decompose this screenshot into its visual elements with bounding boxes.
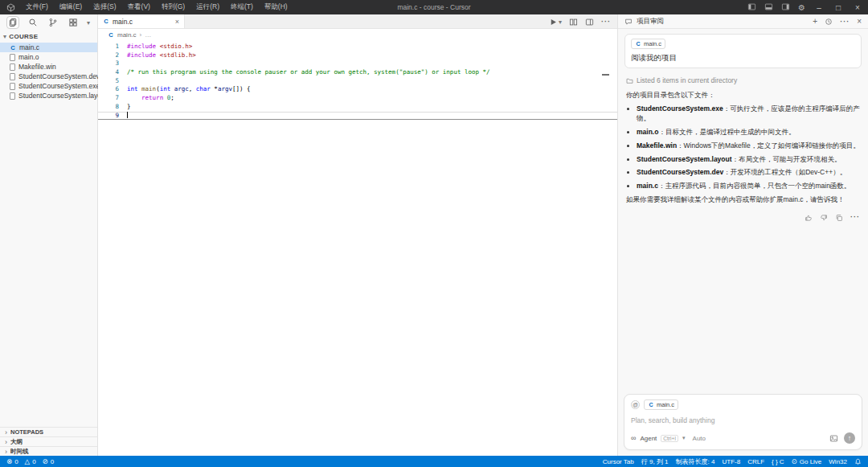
- code-text: #include <stdlib.h>: [127, 51, 196, 60]
- more-icon[interactable]: ···: [850, 212, 860, 223]
- status-label: Cursor Tab: [603, 458, 634, 465]
- menu-item[interactable]: 运行(R): [191, 1, 224, 14]
- c-file-icon: C: [103, 18, 109, 25]
- warning-indicator[interactable]: △0: [25, 457, 36, 465]
- cursor-caret: [127, 112, 128, 118]
- sidebar-section[interactable]: ›NOTEPADS: [0, 427, 97, 436]
- file-name: StudentCourseSystem.layout: [18, 92, 107, 100]
- activity-bar: ▾: [0, 14, 97, 31]
- tab-main-c[interactable]: C main.c ×: [98, 14, 185, 28]
- status-label: Win32: [829, 458, 847, 465]
- status-item[interactable]: CRLF: [747, 458, 764, 465]
- minimize-button[interactable]: –: [813, 3, 825, 12]
- title-bar: 文件(F)编辑(E)选择(S)查看(V)转到(G)运行(R)终端(T)帮助(H)…: [0, 0, 868, 14]
- code-line[interactable]: 2#include <stdlib.h>: [98, 51, 617, 60]
- menu-item[interactable]: 文件(F): [21, 1, 53, 14]
- copy-icon[interactable]: [835, 214, 843, 222]
- chat-tab-label[interactable]: 项目审阅: [637, 17, 664, 27]
- code-line[interactable]: 9: [98, 112, 617, 121]
- file-item[interactable]: main.o: [0, 52, 97, 62]
- line-number: 9: [98, 112, 119, 121]
- ports-indicator[interactable]: ⊘0: [43, 457, 55, 465]
- search-icon[interactable]: [27, 16, 39, 29]
- close-window-button[interactable]: ×: [852, 3, 863, 12]
- chevron-down-icon[interactable]: ▾: [682, 435, 686, 441]
- toggle-layout-icon[interactable]: [585, 18, 594, 27]
- customize-layout-icon[interactable]: ⚙: [798, 3, 805, 12]
- code-editor[interactable]: 1#include <stdio.h>2#include <stdlib.h>3…: [98, 40, 617, 456]
- explorer-section-header[interactable]: ▾ COURSE: [0, 31, 97, 43]
- code-line[interactable]: 8}: [98, 103, 617, 112]
- menu-item[interactable]: 帮助(H): [260, 1, 293, 14]
- code-line[interactable]: 5: [98, 77, 617, 86]
- breadcrumb[interactable]: C main.c › …: [98, 29, 617, 40]
- split-editor-icon[interactable]: [569, 18, 578, 27]
- source-control-icon[interactable]: [47, 16, 59, 29]
- code-line[interactable]: 3: [98, 59, 617, 68]
- file-item[interactable]: StudentCourseSystem.layout: [0, 91, 97, 100]
- status-item[interactable]: 行 9, 列 1: [641, 457, 669, 466]
- file-name: main.o: [18, 53, 39, 61]
- menu-item[interactable]: 转到(G): [157, 1, 190, 14]
- mode-selector[interactable]: Agent: [640, 435, 657, 442]
- extensions-icon[interactable]: [67, 16, 80, 29]
- status-item[interactable]: Win32: [829, 458, 847, 465]
- maximize-button[interactable]: □: [833, 3, 844, 12]
- file-item[interactable]: Cmain.c: [0, 43, 97, 52]
- chat-tab-icon: [624, 18, 633, 26]
- error-indicator[interactable]: ⊗0: [6, 457, 18, 465]
- code-text: [127, 112, 128, 121]
- status-item[interactable]: 制表符长度: 4: [676, 457, 715, 466]
- status-item[interactable]: UTF-8: [722, 458, 740, 465]
- status-label: Go Live: [800, 458, 822, 465]
- file-item[interactable]: StudentCourseSystem.dev: [0, 72, 97, 81]
- menu-item[interactable]: 查看(V): [123, 1, 155, 14]
- code-line[interactable]: 1#include <stdio.h>: [98, 43, 617, 51]
- notifications-bell-icon[interactable]: [854, 458, 862, 465]
- history-icon[interactable]: [825, 18, 833, 26]
- status-label: 制表符长度: 4: [676, 457, 715, 466]
- more-actions-icon[interactable]: ···: [601, 18, 611, 26]
- line-number: 8: [98, 103, 119, 112]
- context-file-chip[interactable]: C main.c: [644, 399, 678, 410]
- run-button[interactable]: ▾: [549, 18, 562, 27]
- sidebar-section[interactable]: ›大纲: [0, 436, 97, 446]
- chevron-down-icon[interactable]: ▾: [87, 19, 90, 27]
- send-button[interactable]: ↑: [844, 432, 855, 444]
- file-icon: [10, 54, 15, 61]
- context-file-chip[interactable]: C main.c: [631, 39, 665, 49]
- file-item[interactable]: Makefile.win: [0, 62, 97, 72]
- menu-item[interactable]: 终端(T): [226, 1, 258, 14]
- model-selector[interactable]: Auto: [693, 435, 706, 442]
- image-attach-icon[interactable]: [829, 434, 838, 443]
- status-item[interactable]: Cursor Tab: [603, 458, 634, 465]
- chevron-right-icon: ›: [5, 428, 7, 436]
- more-icon[interactable]: ···: [840, 18, 850, 26]
- code-line[interactable]: 6int main(int argc, char *argv[]) {: [98, 85, 617, 94]
- ports-icon: ⊘: [43, 457, 48, 465]
- sidebar-section[interactable]: ›时间线: [0, 446, 97, 456]
- toggle-secondary-sidebar-icon[interactable]: [781, 2, 790, 13]
- close-tab-icon[interactable]: ×: [175, 18, 179, 26]
- code-line[interactable]: 7 return 0;: [98, 94, 617, 103]
- toggle-primary-sidebar-icon[interactable]: [747, 2, 756, 13]
- toggle-panel-icon[interactable]: [764, 2, 773, 13]
- window-controls: ⚙ – □ ×: [747, 2, 863, 13]
- new-chat-icon[interactable]: +: [813, 17, 817, 26]
- menu-item[interactable]: 选择(S): [88, 1, 121, 14]
- file-item[interactable]: StudentCourseSystem.exe: [0, 81, 97, 91]
- code-line[interactable]: 4/* run this program using the console p…: [98, 68, 617, 77]
- chat-prompt-input[interactable]: [631, 416, 855, 424]
- menu-item[interactable]: 编辑(E): [55, 1, 87, 14]
- file-tree: Cmain.cmain.oMakefile.winStudentCourseSy…: [0, 43, 97, 100]
- chat-input-box[interactable]: @ C main.c ∞ Agent Ctrl+I ▾ Auto ↑: [624, 394, 862, 450]
- thumbs-down-icon[interactable]: [820, 214, 828, 222]
- line-number: 1: [98, 43, 119, 51]
- status-item[interactable]: ⊙Go Live: [792, 457, 822, 465]
- status-item[interactable]: { } C: [772, 458, 784, 465]
- add-context-button[interactable]: @: [631, 400, 640, 409]
- thumbs-up-icon[interactable]: [805, 214, 813, 222]
- tool-call-note[interactable]: Listed 6 items in current directory: [626, 76, 860, 84]
- explorer-icon[interactable]: [6, 16, 19, 29]
- close-panel-icon[interactable]: ×: [857, 17, 862, 26]
